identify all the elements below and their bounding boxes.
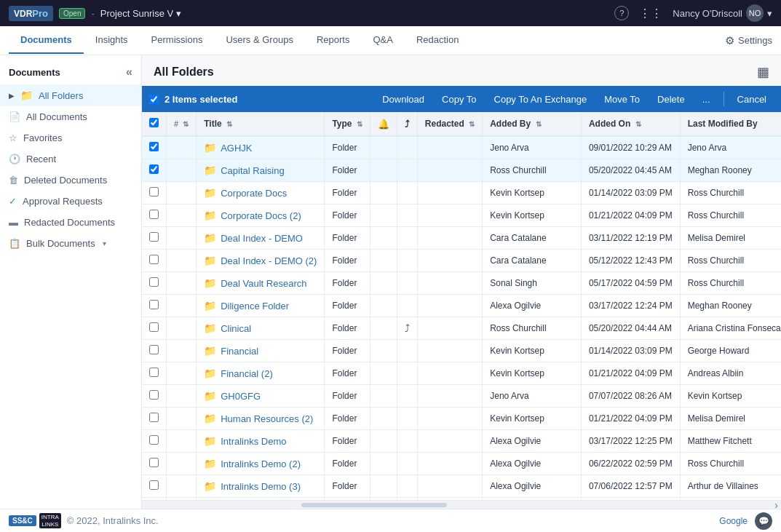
sidebar-item-all-folders[interactable]: ▶ 📁 All Folders [0, 84, 141, 106]
row-checkbox-cell[interactable] [142, 250, 167, 272]
th-title[interactable]: Title ⇅ [197, 112, 325, 136]
table-row: 📁Corporate Docs (2)FolderKevin Kortsep01… [142, 205, 781, 227]
row-checkbox[interactable] [149, 458, 159, 467]
th-last-modified[interactable]: Last Modified By [680, 112, 781, 136]
sidebar-item-favorites[interactable]: ☆ Favorites [0, 127, 141, 148]
download-button[interactable]: Download [375, 91, 432, 108]
row-checkbox-cell[interactable] [142, 430, 167, 453]
row-checkbox[interactable] [149, 345, 159, 354]
cancel-button[interactable]: Cancel [730, 91, 774, 108]
row-added-on: 05/20/2022 04:44 AM [581, 317, 680, 340]
row-type: Folder [325, 340, 370, 362]
google-link[interactable]: Google [719, 516, 748, 526]
folder-name-link[interactable]: Intralinks Demo (2) [221, 458, 301, 469]
folder-name-link[interactable]: GH0GFG [221, 391, 261, 402]
row-checkbox[interactable] [149, 210, 159, 219]
row-checkbox-cell[interactable] [142, 340, 167, 362]
sidebar-item-all-documents[interactable]: 📄 All Documents [0, 106, 141, 127]
row-checkbox-cell[interactable] [142, 272, 167, 295]
row-checkbox-cell[interactable] [142, 136, 167, 159]
sidebar-item-redacted[interactable]: ▬ Redacted Documents [0, 212, 141, 233]
row-checkbox[interactable] [149, 232, 159, 242]
row-checkbox-cell[interactable] [142, 408, 167, 430]
folder-name-link[interactable]: Human Resources (2) [221, 413, 313, 424]
folder-name-link[interactable]: Deal Vault Research [221, 278, 306, 289]
row-checkbox[interactable] [149, 480, 159, 490]
th-redacted[interactable]: Redacted ⇅ [417, 112, 482, 136]
row-checkbox-cell[interactable] [142, 385, 167, 408]
row-checkbox[interactable] [149, 277, 159, 287]
folder-name-link[interactable]: Corporate Docs (2) [221, 210, 301, 221]
copy-to-button[interactable]: Copy To [435, 91, 483, 108]
row-checkbox-cell[interactable] [142, 205, 167, 227]
tab-qa[interactable]: Q&A [361, 27, 404, 54]
horizontal-scrollbar[interactable]: › [142, 500, 781, 509]
tab-insights[interactable]: Insights [84, 27, 140, 54]
settings-button[interactable]: ⚙ Settings [725, 34, 772, 47]
sidebar-item-deleted[interactable]: 🗑 Deleted Documents [0, 170, 141, 191]
folder-name-link[interactable]: Capital Raising [221, 165, 284, 176]
more-options-button[interactable]: ... [695, 91, 718, 108]
row-checkbox[interactable] [149, 435, 159, 445]
move-to-button[interactable]: Move To [597, 91, 647, 108]
row-checkbox[interactable] [149, 142, 159, 151]
row-checkbox[interactable] [149, 413, 159, 422]
copy-to-exchange-button[interactable]: Copy To An Exchange [487, 91, 595, 108]
table-row: 📁FinancialFolderKevin Kortsep01/14/2022 … [142, 340, 781, 362]
help-circle-button[interactable]: 💬 [755, 512, 772, 530]
sidebar-item-recent[interactable]: 🕐 Recent [0, 148, 141, 170]
th-added-on[interactable]: Added On ⇅ [581, 112, 680, 136]
project-name[interactable]: Project Sunrise V ▾ [100, 8, 181, 19]
sidebar-collapse-button[interactable]: « [126, 65, 132, 79]
row-checkbox[interactable] [149, 300, 159, 309]
row-checkbox-cell[interactable] [142, 182, 167, 205]
folder-name-link[interactable]: Intralinks Demo [221, 436, 286, 447]
row-checkbox-cell[interactable] [142, 475, 167, 498]
row-num [167, 159, 197, 182]
tab-permissions[interactable]: Permissions [140, 27, 215, 54]
row-checkbox[interactable] [149, 368, 159, 377]
sidebar-item-approval[interactable]: ✓ Approval Requests [0, 191, 141, 212]
row-checkbox-cell[interactable] [142, 295, 167, 317]
row-checkbox-cell[interactable] [142, 159, 167, 182]
folder-name-link[interactable]: Financial [221, 346, 258, 357]
th-num[interactable]: # ⇅ [167, 112, 197, 136]
header-checkbox[interactable] [149, 118, 159, 127]
delete-button[interactable]: Delete [650, 91, 692, 108]
folder-name-link[interactable]: AGHJK [221, 143, 252, 154]
tab-redaction[interactable]: Redaction [405, 27, 471, 54]
folder-name-link[interactable]: Deal Index - DEMO (2) [221, 255, 317, 266]
row-share[interactable]: ⤴ [397, 317, 417, 340]
sidebar-item-bulk[interactable]: 📋 Bulk Documents ▾ [0, 233, 141, 254]
row-checkbox-cell[interactable] [142, 317, 167, 340]
th-added-by[interactable]: Added By ⇅ [483, 112, 582, 136]
row-checkbox[interactable] [149, 164, 159, 174]
select-all-checkbox[interactable] [149, 95, 159, 104]
view-toggle-button[interactable]: ▦ [757, 64, 769, 80]
row-checkbox-cell[interactable] [142, 453, 167, 475]
folder-name-link[interactable]: Clinical [221, 323, 251, 334]
help-icon[interactable]: ? [614, 6, 629, 20]
folder-name-link[interactable]: Intralinks Demo (3) [221, 481, 301, 492]
share-icon[interactable]: ⤴ [405, 322, 410, 334]
user-menu[interactable]: Nancy O'Driscoll NO ▾ [673, 4, 772, 22]
scroll-right-arrow[interactable]: › [774, 500, 778, 509]
th-checkbox[interactable] [142, 112, 167, 136]
folder-name-link[interactable]: Diligence Folder [221, 301, 289, 311]
th-type[interactable]: Type ⇅ [325, 112, 370, 136]
row-checkbox[interactable] [149, 322, 159, 332]
tab-documents[interactable]: Documents [9, 27, 84, 54]
row-checkbox-cell[interactable] [142, 227, 167, 250]
row-checkbox[interactable] [149, 187, 159, 196]
folder-name-link[interactable]: Deal Index - DEMO [221, 233, 303, 244]
tab-reports[interactable]: Reports [305, 27, 362, 54]
grid-icon[interactable]: ⋮⋮ [639, 7, 662, 20]
status-badge: Open [59, 8, 85, 19]
row-checkbox[interactable] [149, 390, 159, 400]
row-checkbox[interactable] [149, 255, 159, 264]
folder-name-link[interactable]: Corporate Docs [221, 188, 287, 199]
row-num [167, 227, 197, 250]
row-checkbox-cell[interactable] [142, 362, 167, 385]
tab-users-groups[interactable]: Users & Groups [214, 27, 304, 54]
folder-name-link[interactable]: Financial (2) [221, 368, 273, 379]
